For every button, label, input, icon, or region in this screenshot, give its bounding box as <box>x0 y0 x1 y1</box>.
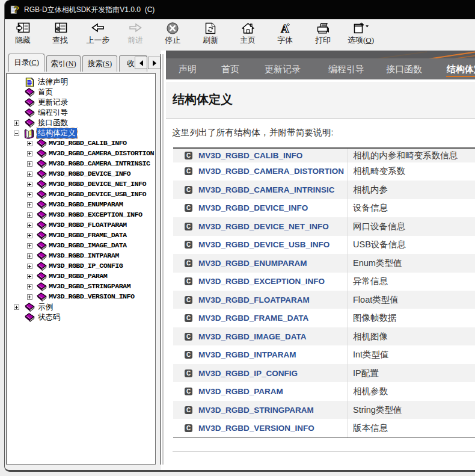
svg-text:?: ? <box>13 5 20 14</box>
